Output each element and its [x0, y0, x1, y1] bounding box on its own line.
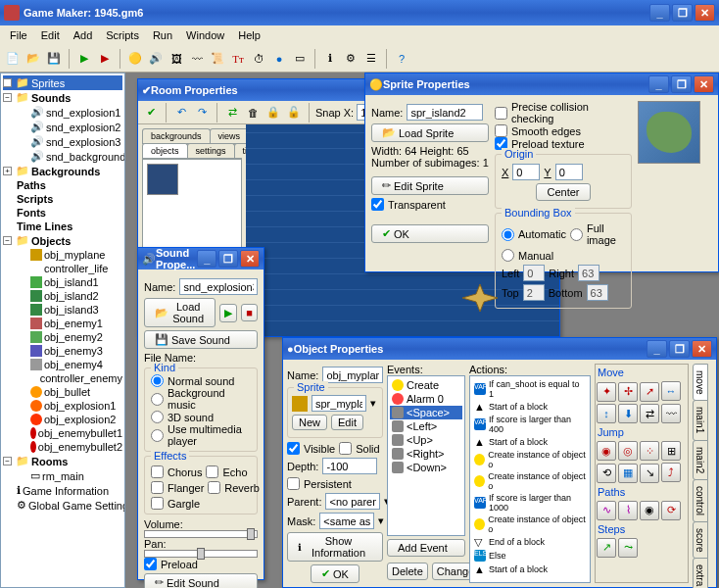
- tree-obj-item[interactable]: obj_enemybullet1: [3, 426, 122, 440]
- action-item[interactable]: ▽End of a block: [472, 535, 588, 549]
- stop-sound-button[interactable]: ■: [241, 304, 258, 321]
- tree-fonts[interactable]: Fonts: [3, 206, 122, 220]
- sound-max-button[interactable]: ❐: [218, 250, 238, 268]
- vtab-main1[interactable]: main1: [693, 400, 708, 440]
- smooth-check[interactable]: Smooth edges: [495, 124, 632, 137]
- action-move-towards-icon[interactable]: ➚: [640, 382, 659, 402]
- add-sound-icon[interactable]: 🔊: [147, 50, 165, 68]
- action-item[interactable]: ▲Start of a block: [472, 400, 588, 414]
- kind-bg-radio[interactable]: Background music: [151, 387, 251, 411]
- debug-icon[interactable]: ▶: [96, 50, 114, 68]
- sprite-ok-button[interactable]: ✔OK: [371, 224, 489, 243]
- obj-ok-button[interactable]: ✔OK: [311, 564, 360, 583]
- new-file-icon[interactable]: 📄: [4, 50, 22, 68]
- help-icon[interactable]: ?: [393, 50, 410, 68]
- menu-run[interactable]: Run: [147, 27, 178, 43]
- delete-event-button[interactable]: Delete: [387, 563, 428, 580]
- load-sprite-button[interactable]: 📂 Load Sprite: [371, 123, 489, 142]
- action-gravity-icon[interactable]: ⬇: [618, 404, 638, 423]
- action-item[interactable]: Create instance of object o: [472, 449, 588, 470]
- menu-scripts[interactable]: Scripts: [100, 27, 145, 43]
- add-object-icon[interactable]: ●: [270, 50, 288, 68]
- actions-list[interactable]: VARIf can_shoot is equal to 1 ▲Start of …: [469, 375, 591, 583]
- add-event-button[interactable]: Add Event: [387, 539, 465, 557]
- action-move-fixed-icon[interactable]: ✦: [597, 382, 616, 402]
- open-icon[interactable]: 📂: [24, 50, 42, 68]
- ox-input[interactable]: [512, 164, 540, 180]
- fx-echo-check[interactable]: Echo: [206, 466, 247, 478]
- tree-rooms[interactable]: −📁 Rooms: [3, 454, 122, 468]
- mask-input[interactable]: [319, 513, 374, 529]
- tree-snd-item[interactable]: 🔊 snd_explosion3: [3, 134, 122, 149]
- tab-backgrounds[interactable]: backgrounds: [142, 128, 211, 143]
- action-move-free-icon[interactable]: ✢: [618, 382, 638, 402]
- tree-obj-item[interactable]: obj_island3: [3, 303, 122, 317]
- transparent-check[interactable]: Transparent: [371, 198, 489, 211]
- fx-flanger-check[interactable]: Flanger: [151, 481, 204, 494]
- action-path-pos-icon[interactable]: ◉: [640, 501, 659, 520]
- action-reverse-h-icon[interactable]: ⇄: [640, 404, 659, 423]
- tab-objects[interactable]: objects: [142, 143, 188, 158]
- action-item[interactable]: VARIf score is larger than 1000: [472, 492, 588, 514]
- add-font-icon[interactable]: Tт: [229, 50, 247, 68]
- kind-mm-radio[interactable]: Use multimedia player: [151, 423, 251, 447]
- tree-room-item[interactable]: ▭ rm_main: [3, 468, 122, 483]
- save-icon[interactable]: 💾: [45, 50, 63, 68]
- sprite-min-button[interactable]: _: [648, 75, 669, 93]
- bb-manual-radio[interactable]: Manual: [502, 249, 625, 262]
- gameinfo-icon[interactable]: ℹ: [321, 50, 339, 68]
- event-item[interactable]: <Right>: [390, 447, 462, 461]
- tab-views[interactable]: views: [210, 128, 250, 143]
- showinfo-button[interactable]: ℹ Show Information: [287, 532, 383, 562]
- menu-add[interactable]: Add: [68, 27, 99, 43]
- menu-file[interactable]: File: [4, 27, 33, 43]
- load-sound-button[interactable]: 📂 Load Sound: [144, 298, 216, 327]
- depth-input[interactable]: [322, 458, 377, 474]
- action-path-end-icon[interactable]: ⌇: [618, 501, 638, 520]
- menu-help[interactable]: Help: [232, 27, 266, 43]
- room-redo-icon[interactable]: ↷: [193, 104, 211, 122]
- tree-scripts[interactable]: Scripts: [3, 192, 122, 206]
- obj-name-input[interactable]: [322, 367, 383, 383]
- resource-tree[interactable]: +📁 Sprites −📁 Sounds 🔊 snd_explosion1 🔊 …: [0, 73, 125, 588]
- tree-obj-item[interactable]: obj_enemy1: [3, 317, 122, 330]
- tree-timelines[interactable]: Time Lines: [3, 220, 122, 233]
- precise-check[interactable]: Precise collision checking: [495, 101, 632, 124]
- bb-full-radio[interactable]: Full image: [570, 222, 625, 246]
- minimize-button[interactable]: _: [649, 4, 670, 22]
- add-room-icon[interactable]: ▭: [291, 50, 309, 68]
- tree-obj-item[interactable]: obj_island2: [3, 289, 122, 303]
- room-unlock-icon[interactable]: 🔓: [285, 104, 303, 122]
- action-move-contact-icon[interactable]: ↘: [640, 464, 659, 483]
- vtab-move[interactable]: move: [693, 364, 708, 401]
- events-list[interactable]: Create Alarm 0 <Space> <Left> <Up> <Righ…: [387, 375, 465, 536]
- add-script-icon[interactable]: 📜: [209, 50, 226, 68]
- persistent-check[interactable]: Persistent: [287, 477, 383, 490]
- add-sprite-icon[interactable]: 🟡: [126, 50, 144, 68]
- save-sound-button[interactable]: 💾 Save Sound: [144, 330, 258, 349]
- tree-paths[interactable]: Paths: [3, 178, 122, 192]
- action-item[interactable]: Create instance of object o: [472, 514, 588, 535]
- vtab-main2[interactable]: main2: [693, 440, 708, 480]
- action-step-avoid-icon[interactable]: ⤳: [618, 538, 638, 558]
- action-bounce-icon[interactable]: ⤴: [661, 463, 681, 482]
- sound-min-button[interactable]: _: [197, 250, 216, 268]
- tree-globalgs[interactable]: ⚙ Global Game Settings: [3, 498, 122, 513]
- tree-obj-item[interactable]: obj_enemy4: [3, 358, 122, 371]
- tree-obj-item[interactable]: controller_life: [3, 262, 122, 275]
- close-button[interactable]: ✕: [695, 4, 715, 22]
- sprite-edit-button[interactable]: Edit: [331, 415, 363, 430]
- center-button[interactable]: Center: [536, 183, 590, 201]
- action-step-towards-icon[interactable]: ↗: [597, 538, 616, 558]
- add-background-icon[interactable]: 🖼: [168, 50, 185, 68]
- tree-obj-item[interactable]: controller_enemy: [3, 371, 122, 385]
- action-path-speed-icon[interactable]: ⟳: [661, 501, 681, 520]
- action-item[interactable]: VARIf can_shoot is equal to 1: [472, 378, 588, 400]
- action-jump-start-icon[interactable]: ◎: [618, 441, 638, 461]
- solid-check[interactable]: Solid: [339, 442, 379, 455]
- run-icon[interactable]: ▶: [75, 50, 93, 68]
- action-friction-icon[interactable]: 〰: [661, 404, 681, 423]
- add-timeline-icon[interactable]: ⏱: [250, 50, 267, 68]
- add-path-icon[interactable]: 〰: [188, 50, 206, 68]
- tree-snd-item[interactable]: 🔊 snd_background: [3, 149, 122, 164]
